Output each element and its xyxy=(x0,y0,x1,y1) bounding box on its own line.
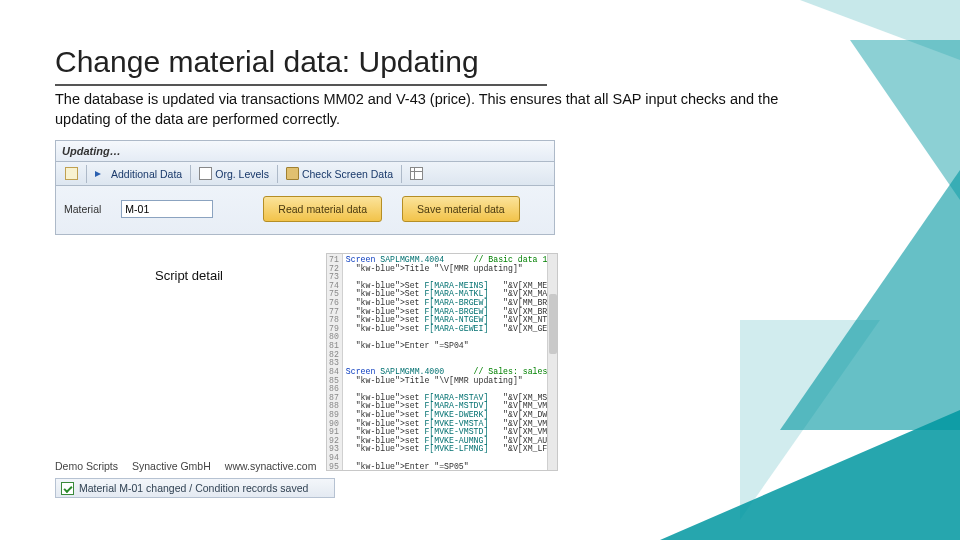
line-number-gutter: 71 72 73 74 75 76 77 78 79 80 81 82 83 8… xyxy=(327,254,343,470)
toolbar-grid[interactable] xyxy=(405,164,428,184)
script-detail-label: Script detail xyxy=(155,268,223,283)
status-text: Material M-01 changed / Condition record… xyxy=(79,482,308,494)
hierarchy-icon xyxy=(199,167,212,180)
page-title: Change material data: Updating xyxy=(55,45,479,79)
footer-company: Synactive GmbH xyxy=(132,460,211,472)
toolbar-separator xyxy=(190,165,191,183)
material-label: Material xyxy=(64,203,101,215)
app-body: Material Read material data Save materia… xyxy=(55,186,555,235)
toolbar-additional-data[interactable]: Additional Data xyxy=(90,164,187,184)
status-bar: Material M-01 changed / Condition record… xyxy=(55,478,335,498)
app-toolbar: Additional Data Org. Levels Check Screen… xyxy=(55,162,555,186)
footer-url: www.synactive.com xyxy=(225,460,317,472)
toolbar-separator xyxy=(401,165,402,183)
document-icon xyxy=(65,167,78,180)
toolbar-label: Additional Data xyxy=(111,168,182,180)
toolbar-label: Org. Levels xyxy=(215,168,269,180)
app-window: Updating… Additional Data Org. Levels Ch… xyxy=(55,140,555,235)
page-subtitle: The database is updated via transactions… xyxy=(55,90,795,129)
lock-icon xyxy=(286,167,299,180)
scrollbar-thumb[interactable] xyxy=(549,294,557,354)
toolbar-org-levels[interactable]: Org. Levels xyxy=(194,164,274,184)
scrollbar-vertical[interactable] xyxy=(547,254,557,470)
toolbar-check-screen-data[interactable]: Check Screen Data xyxy=(281,164,398,184)
material-input[interactable] xyxy=(121,200,213,218)
toolbar-separator xyxy=(277,165,278,183)
save-material-button[interactable]: Save material data xyxy=(402,196,520,222)
grid-icon xyxy=(410,167,423,180)
title-underline xyxy=(55,84,547,86)
decor-triangle xyxy=(780,170,960,430)
footer-demo: Demo Scripts xyxy=(55,460,118,472)
slide: Change material data: Updating The datab… xyxy=(0,0,960,540)
code-content[interactable]: Screen SAPLMGMM.4004 // Basic data 1 "kw… xyxy=(343,254,558,470)
toolbar-label: Check Screen Data xyxy=(302,168,393,180)
window-titlebar: Updating… xyxy=(55,140,555,162)
code-editor: 71 72 73 74 75 76 77 78 79 80 81 82 83 8… xyxy=(326,253,558,471)
read-material-button[interactable]: Read material data xyxy=(263,196,382,222)
decor-triangle xyxy=(660,410,960,540)
footer: Demo Scripts Synactive GmbH www.synactiv… xyxy=(55,460,316,472)
toolbar-separator xyxy=(86,165,87,183)
check-icon xyxy=(61,482,74,495)
arrow-right-icon xyxy=(95,167,108,180)
window-title: Updating… xyxy=(62,145,121,157)
toolbar-new[interactable] xyxy=(60,164,83,184)
